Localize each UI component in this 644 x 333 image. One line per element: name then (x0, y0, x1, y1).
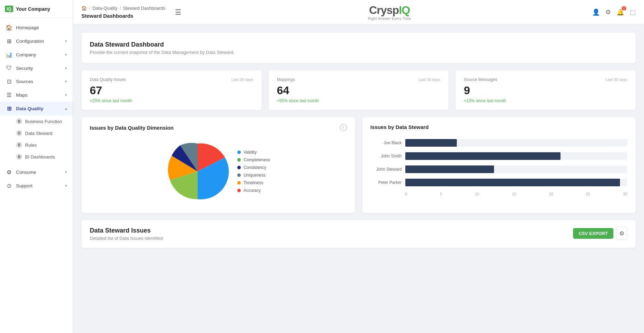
csv-export-button[interactable]: CSV EXPORT (573, 228, 613, 239)
sidebar-item-homepage[interactable]: 🏠 Homepage (0, 21, 73, 34)
topbar-actions: 👤 ⚙ 🔔 2 ⬚ (592, 8, 636, 16)
sidebar-subitem-label-data-steward: Data Steward (25, 131, 53, 136)
bar-row-joe-black: Joe Black (371, 139, 628, 147)
pie-legend: Validity Completeness Consistency U (237, 150, 270, 193)
sidebar-subitem-data-steward[interactable]: D Data Steward (0, 127, 73, 139)
main-area: 🏠 / Data-Quality / Steward Dashboards St… (73, 0, 644, 333)
sidebar-nav: 🏠 Homepage ⊞ Configuration ▾ 📊 Company ▾… (0, 18, 73, 195)
maps-icon: ☰ (6, 92, 13, 98)
sidebar-subitem-label-bi-dashboards: BI Dashboards (25, 154, 55, 160)
legend-dot-accuracy (237, 189, 241, 192)
hero-card-subtitle: Provide the current snapshot of the Data… (90, 50, 627, 55)
sources-icon: ⊡ (6, 78, 13, 85)
sidebar-item-configuration[interactable]: ⊞ Configuration ▾ (0, 34, 73, 48)
sidebar-subitem-label-business-function: Business Function (25, 119, 62, 124)
pie-chart-info-icon[interactable]: ! (340, 124, 347, 131)
sidebar-item-label-maps: Maps (16, 92, 27, 98)
sub-letter-bi: B (16, 154, 22, 160)
bar-fill-joe-black (405, 139, 457, 147)
home-icon: 🏠 (6, 24, 13, 31)
sidebar-item-maps[interactable]: ☰ Maps ▾ (0, 88, 73, 102)
sidebar-item-label-configuration: Configuration (16, 39, 44, 44)
sidebar-subitem-business-function[interactable]: B Business Function (0, 115, 73, 127)
chevron-up-icon: ▴ (65, 106, 67, 111)
axis-label-30: 30 (623, 192, 627, 196)
bar-row-john-smith: John Smith (371, 152, 628, 160)
chevron-down-icon: ▾ (65, 170, 67, 174)
stat-value-dq-issues: 67 (90, 84, 253, 97)
sidebar-item-label-homepage: Homepage (16, 25, 39, 30)
bottom-section-header: Data Steward Issues Detailed list of Dat… (90, 227, 627, 241)
axis-label-20: 20 (549, 192, 553, 196)
stat-period-dq-issues: Last 30 days (231, 78, 253, 82)
sidebar-item-label-company: Company (16, 52, 36, 57)
stat-change-mappings: +55% since last month (277, 98, 440, 103)
company-name: Your Company (16, 6, 50, 12)
axis-label-0: 0 (405, 192, 407, 196)
breadcrumb-data-quality[interactable]: Data-Quality (93, 6, 118, 11)
main-content: Data Steward Dashboard Provide the curre… (73, 24, 644, 333)
axis-label-15: 15 (512, 192, 516, 196)
axis-label-5: 5 (440, 192, 442, 196)
settings-gear-button[interactable]: ⚙ (616, 227, 627, 240)
stat-change-source-messages: +10% since last month (464, 98, 627, 103)
sidebar-item-label-data-quality: Data Quality (16, 106, 43, 111)
support-icon: ⊙ (6, 182, 13, 189)
breadcrumb: 🏠 / Data-Quality / Steward Dashboards St… (81, 6, 165, 19)
sidebar-item-consume[interactable]: ⚙ Consume ▾ (0, 165, 73, 179)
sidebar-item-data-quality[interactable]: ⊞ Data Quality ▴ (0, 102, 73, 115)
chevron-down-icon: ▾ (65, 39, 67, 43)
page-title: Steward Dashboards (81, 13, 133, 19)
bar-track-joe-black (405, 139, 628, 147)
stat-label-dq-issues: Data Quality Issues Last 30 days (90, 77, 253, 82)
sidebar-subitem-bi-dashboards[interactable]: B BI Dashboards (0, 151, 73, 163)
bar-track-peter-parker (405, 179, 628, 186)
bar-label-john-steward: John Steward (371, 167, 402, 172)
stat-card-mappings: Mappings Last 30 days 64 +55% since last… (269, 70, 449, 110)
stat-label-source-messages: Source Messages Last 30 days (464, 77, 627, 82)
breadcrumb-steward-dashboards[interactable]: Steward Dashboards (123, 6, 165, 11)
menu-toggle-button[interactable]: ☰ (175, 8, 181, 16)
sub-letter-r: R (16, 142, 22, 148)
security-icon: 🛡 (6, 65, 13, 71)
sidebar-item-support[interactable]: ⊙ Support ▾ (0, 179, 73, 193)
bar-row-peter-parker: Peter Parker (371, 179, 628, 186)
legend-item-completeness: Completeness (237, 157, 270, 162)
logo-iq: IQ (399, 4, 410, 16)
chevron-down-icon: ▾ (65, 66, 67, 71)
logo-ryspl: rysp (377, 4, 399, 16)
hero-card-title: Data Steward Dashboard (90, 41, 627, 48)
bar-fill-peter-parker (405, 179, 620, 186)
charts-row: Issues by Data Quality Dimension ! (81, 117, 636, 213)
legend-item-accuracy: Accuracy (237, 188, 270, 193)
stat-period-mappings: Last 30 days (419, 78, 440, 82)
stats-row: Data Quality Issues Last 30 days 67 +25%… (81, 70, 636, 110)
bottom-section-text: Data Steward Issues Detailed list of Dat… (90, 227, 163, 241)
logout-icon[interactable]: ⬚ (630, 8, 636, 16)
sidebar-subitem-rules[interactable]: R Rules (0, 139, 73, 151)
sub-letter-b: B (16, 118, 22, 124)
stat-change-dq-issues: +25% since last month (90, 98, 253, 103)
bar-chart-title: Issues by Data Steward (371, 124, 628, 130)
sidebar-item-security[interactable]: 🛡 Security ▾ (0, 62, 73, 75)
sidebar-item-label-sources: Sources (16, 79, 33, 84)
pie-chart-svg (166, 140, 229, 203)
sidebar-logo[interactable]: IQ Your Company (0, 0, 73, 18)
axis-label-25: 25 (586, 192, 590, 196)
legend-dot-consistency (237, 166, 241, 169)
home-breadcrumb-icon[interactable]: 🏠 (81, 6, 87, 11)
export-row: CSV EXPORT ⚙ (573, 227, 627, 240)
user-icon[interactable]: 👤 (592, 8, 600, 16)
consume-icon: ⚙ (6, 169, 13, 176)
bar-label-peter-parker: Peter Parker (371, 180, 402, 185)
legend-item-uniqueness: Uniqueness (237, 173, 270, 178)
bottom-section-title: Data Steward Issues (90, 227, 163, 234)
data-quality-icon: ⊞ (6, 105, 13, 112)
sidebar-item-company[interactable]: 📊 Company ▾ (0, 48, 73, 62)
logo-tagline: Right Answer Every Time (368, 17, 411, 21)
sidebar-item-sources[interactable]: ⊡ Sources ▾ (0, 75, 73, 88)
bottom-section-subtitle: Detailed list of Data Issues Identified (90, 236, 163, 241)
notifications-icon[interactable]: 🔔 2 (617, 8, 624, 16)
settings-icon[interactable]: ⚙ (605, 8, 611, 16)
stat-label-mappings: Mappings Last 30 days (277, 77, 440, 82)
